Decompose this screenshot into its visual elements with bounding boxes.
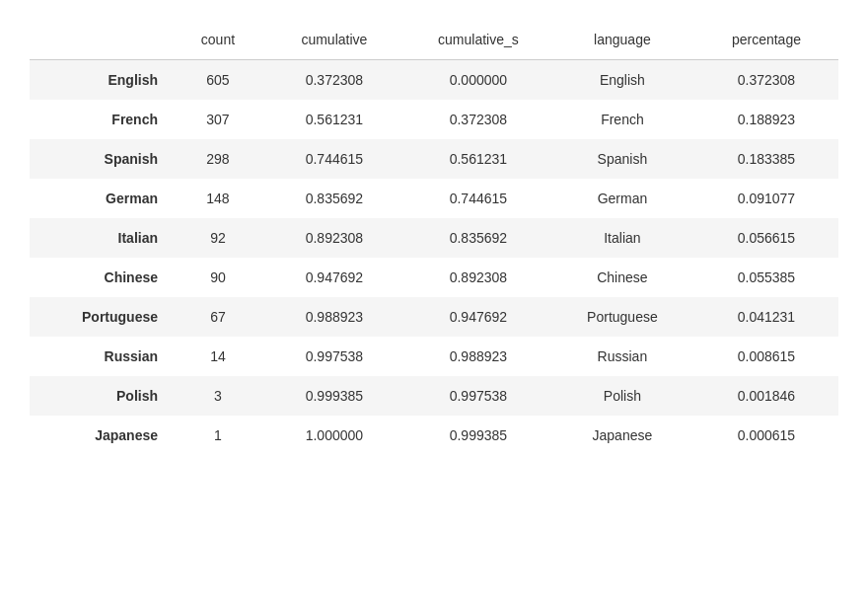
table-row: Polish30.9993850.997538Polish0.001846 [30, 376, 838, 416]
header-cumulative-s: cumulative_s [406, 20, 550, 60]
cell-percentage: 0.091077 [694, 179, 838, 218]
table-row: Portuguese670.9889230.947692Portuguese0.… [30, 297, 838, 337]
cell-cumulative_s: 0.947692 [406, 297, 550, 337]
cell-cumulative: 1.000000 [262, 416, 406, 455]
table-row: German1480.8356920.744615German0.091077 [30, 179, 838, 218]
table-body: English6050.3723080.000000English0.37230… [30, 60, 838, 456]
cell-count: 298 [174, 139, 262, 179]
cell-cumulative: 0.892308 [262, 218, 406, 258]
cell-cumulative_s: 0.372308 [406, 100, 550, 139]
cell-language: French [550, 100, 694, 139]
cell-cumulative_s: 0.988923 [406, 337, 550, 376]
cell-index: French [30, 100, 174, 139]
table-row: Spanish2980.7446150.561231Spanish0.18338… [30, 139, 838, 179]
cell-index: Russian [30, 337, 174, 376]
cell-percentage: 0.055385 [694, 258, 838, 297]
cell-index: Italian [30, 218, 174, 258]
table-header: count cumulative cumulative_s language p… [30, 20, 838, 60]
table-row: Italian920.8923080.835692Italian0.056615 [30, 218, 838, 258]
header-percentage: percentage [694, 20, 838, 60]
cell-cumulative_s: 0.835692 [406, 218, 550, 258]
cell-index: German [30, 179, 174, 218]
cell-cumulative: 0.988923 [262, 297, 406, 337]
cell-index: Chinese [30, 258, 174, 297]
cell-percentage: 0.188923 [694, 100, 838, 139]
cell-cumulative_s: 0.744615 [406, 179, 550, 218]
cell-cumulative_s: 0.997538 [406, 376, 550, 416]
table-row: Russian140.9975380.988923Russian0.008615 [30, 337, 838, 376]
cell-count: 14 [174, 337, 262, 376]
cell-count: 148 [174, 179, 262, 218]
cell-percentage: 0.041231 [694, 297, 838, 337]
cell-cumulative_s: 0.999385 [406, 416, 550, 455]
cell-cumulative: 0.372308 [262, 60, 406, 101]
cell-cumulative: 0.997538 [262, 337, 406, 376]
cell-index: Portuguese [30, 297, 174, 337]
header-cumulative: cumulative [262, 20, 406, 60]
cell-count: 90 [174, 258, 262, 297]
cell-percentage: 0.056615 [694, 218, 838, 258]
cell-cumulative: 0.744615 [262, 139, 406, 179]
table-row: Chinese900.9476920.892308Chinese0.055385 [30, 258, 838, 297]
cell-index: Spanish [30, 139, 174, 179]
table-row: English6050.3723080.000000English0.37230… [30, 60, 838, 101]
cell-cumulative_s: 0.892308 [406, 258, 550, 297]
cell-count: 67 [174, 297, 262, 337]
header-count: count [174, 20, 262, 60]
cell-percentage: 0.372308 [694, 60, 838, 101]
cell-index: Polish [30, 376, 174, 416]
cell-cumulative: 0.947692 [262, 258, 406, 297]
header-index [30, 20, 174, 60]
cell-language: Japanese [550, 416, 694, 455]
cell-percentage: 0.008615 [694, 337, 838, 376]
cell-language: Chinese [550, 258, 694, 297]
cell-language: German [550, 179, 694, 218]
cell-percentage: 0.001846 [694, 376, 838, 416]
cell-language: English [550, 60, 694, 101]
cell-index: Japanese [30, 416, 174, 455]
cell-cumulative: 0.561231 [262, 100, 406, 139]
cell-language: Spanish [550, 139, 694, 179]
header-language: language [550, 20, 694, 60]
cell-language: Portuguese [550, 297, 694, 337]
data-table: count cumulative cumulative_s language p… [30, 20, 838, 455]
cell-count: 307 [174, 100, 262, 139]
cell-percentage: 0.000615 [694, 416, 838, 455]
cell-language: Italian [550, 218, 694, 258]
table-row: Japanese11.0000000.999385Japanese0.00061… [30, 416, 838, 455]
cell-language: Polish [550, 376, 694, 416]
cell-language: Russian [550, 337, 694, 376]
cell-count: 605 [174, 60, 262, 101]
cell-cumulative_s: 0.000000 [406, 60, 550, 101]
cell-percentage: 0.183385 [694, 139, 838, 179]
cell-index: English [30, 60, 174, 101]
cell-count: 3 [174, 376, 262, 416]
table-row: French3070.5612310.372308French0.188923 [30, 100, 838, 139]
cell-count: 92 [174, 218, 262, 258]
cell-cumulative_s: 0.561231 [406, 139, 550, 179]
cell-count: 1 [174, 416, 262, 455]
cell-cumulative: 0.999385 [262, 376, 406, 416]
cell-cumulative: 0.835692 [262, 179, 406, 218]
